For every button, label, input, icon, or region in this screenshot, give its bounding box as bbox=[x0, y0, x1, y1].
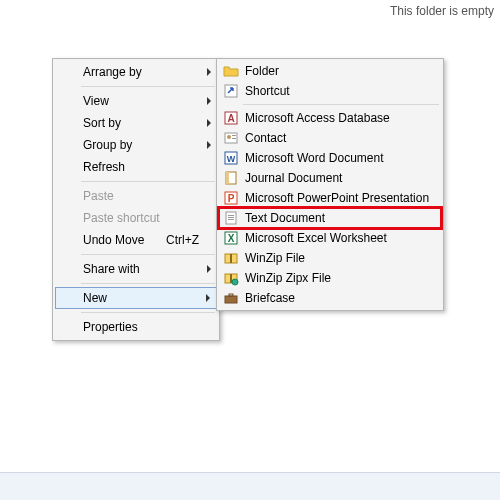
menu-label: Paste bbox=[83, 189, 199, 203]
submenu-label: Text Document bbox=[245, 211, 325, 225]
word-icon: W bbox=[223, 150, 239, 166]
menu-label: Refresh bbox=[83, 160, 199, 174]
menu-separator bbox=[81, 283, 215, 284]
submenu-text-document[interactable]: Text Document bbox=[219, 208, 441, 228]
menu-view[interactable]: View bbox=[55, 90, 217, 112]
submenu-label: Folder bbox=[245, 64, 279, 78]
menu-properties[interactable]: Properties bbox=[55, 316, 217, 338]
svg-point-4 bbox=[227, 135, 231, 139]
new-submenu: Folder Shortcut A Microsoft Access Datab… bbox=[216, 58, 444, 311]
svg-point-23 bbox=[232, 279, 238, 285]
context-menu: Arrange by View Sort by Group by Refresh… bbox=[52, 58, 220, 341]
journal-icon bbox=[223, 170, 239, 186]
svg-text:X: X bbox=[228, 233, 235, 244]
menu-arrange-by[interactable]: Arrange by bbox=[55, 61, 217, 83]
submenu-powerpoint[interactable]: P Microsoft PowerPoint Presentation bbox=[219, 188, 441, 208]
menu-group-by[interactable]: Group by bbox=[55, 134, 217, 156]
contact-icon bbox=[223, 130, 239, 146]
folder-icon bbox=[223, 63, 239, 79]
submenu-access[interactable]: A Microsoft Access Database bbox=[219, 108, 441, 128]
submenu-label: Briefcase bbox=[245, 291, 295, 305]
menu-paste: Paste bbox=[55, 185, 217, 207]
svg-rect-15 bbox=[228, 217, 234, 218]
winzip-icon bbox=[223, 250, 239, 266]
briefcase-icon bbox=[223, 290, 239, 306]
menu-label: Arrange by bbox=[83, 65, 199, 79]
svg-rect-10 bbox=[226, 172, 229, 184]
submenu-journal[interactable]: Journal Document bbox=[219, 168, 441, 188]
submenu-label: Contact bbox=[245, 131, 286, 145]
text-document-icon bbox=[223, 210, 239, 226]
menu-undo-move[interactable]: Undo Move Ctrl+Z bbox=[55, 229, 217, 251]
submenu-shortcut[interactable]: Shortcut bbox=[219, 81, 441, 101]
menu-separator bbox=[81, 181, 215, 182]
submenu-excel[interactable]: X Microsoft Excel Worksheet bbox=[219, 228, 441, 248]
submenu-folder[interactable]: Folder bbox=[219, 61, 441, 81]
status-bar bbox=[0, 472, 500, 500]
shortcut-icon bbox=[223, 83, 239, 99]
excel-icon: X bbox=[223, 230, 239, 246]
menu-separator bbox=[81, 254, 215, 255]
submenu-winzipx[interactable]: WinZip Zipx File bbox=[219, 268, 441, 288]
svg-rect-6 bbox=[232, 138, 236, 139]
menu-sort-by[interactable]: Sort by bbox=[55, 112, 217, 134]
menu-new[interactable]: New bbox=[55, 287, 217, 309]
svg-rect-20 bbox=[230, 254, 232, 263]
submenu-separator bbox=[243, 104, 439, 105]
submenu-label: Microsoft Access Database bbox=[245, 111, 390, 125]
submenu-label: Microsoft Excel Worksheet bbox=[245, 231, 387, 245]
empty-folder-label: This folder is empty bbox=[390, 4, 494, 18]
menu-share-with[interactable]: Share with bbox=[55, 258, 217, 280]
menu-separator bbox=[81, 86, 215, 87]
svg-rect-16 bbox=[228, 219, 234, 220]
svg-text:P: P bbox=[228, 193, 235, 204]
menu-label: Sort by bbox=[83, 116, 199, 130]
menu-shortcut: Ctrl+Z bbox=[166, 233, 199, 247]
submenu-label: WinZip File bbox=[245, 251, 305, 265]
menu-label: Undo Move bbox=[83, 233, 166, 247]
svg-rect-24 bbox=[225, 296, 237, 303]
menu-refresh[interactable]: Refresh bbox=[55, 156, 217, 178]
access-icon: A bbox=[223, 110, 239, 126]
submenu-label: Journal Document bbox=[245, 171, 342, 185]
menu-separator bbox=[81, 312, 215, 313]
svg-text:A: A bbox=[227, 113, 234, 124]
submenu-label: WinZip Zipx File bbox=[245, 271, 331, 285]
menu-label: Group by bbox=[83, 138, 199, 152]
menu-paste-shortcut: Paste shortcut bbox=[55, 207, 217, 229]
submenu-label: Microsoft Word Document bbox=[245, 151, 384, 165]
menu-label: Share with bbox=[83, 262, 199, 276]
menu-label: Properties bbox=[83, 320, 199, 334]
svg-text:W: W bbox=[227, 154, 236, 164]
submenu-label: Shortcut bbox=[245, 84, 290, 98]
powerpoint-icon: P bbox=[223, 190, 239, 206]
submenu-winzip[interactable]: WinZip File bbox=[219, 248, 441, 268]
menu-label: Paste shortcut bbox=[83, 211, 199, 225]
menu-label: New bbox=[83, 291, 199, 305]
menu-label: View bbox=[83, 94, 199, 108]
svg-rect-25 bbox=[229, 294, 233, 296]
submenu-contact[interactable]: Contact bbox=[219, 128, 441, 148]
winzipx-icon bbox=[223, 270, 239, 286]
submenu-label: Microsoft PowerPoint Presentation bbox=[245, 191, 429, 205]
submenu-word[interactable]: W Microsoft Word Document bbox=[219, 148, 441, 168]
submenu-briefcase[interactable]: Briefcase bbox=[219, 288, 441, 308]
svg-rect-5 bbox=[232, 135, 236, 136]
svg-rect-14 bbox=[228, 215, 234, 216]
